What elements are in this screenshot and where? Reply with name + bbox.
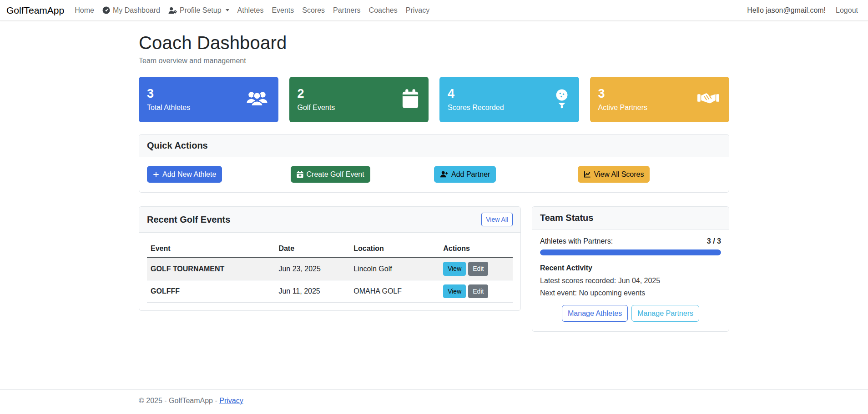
quick-actions-header: Quick Actions — [139, 135, 729, 157]
quick-actions-body: Add New Athlete — [139, 157, 729, 192]
nav-item-home[interactable]: Home — [71, 3, 98, 18]
event-actions-cell: View Edit — [439, 280, 513, 302]
team-status-body: Athletes with Partners: 3 / 3 Recent Act… — [532, 229, 729, 331]
quick-actions-title: Quick Actions — [147, 140, 208, 151]
column-header-actions: Actions — [439, 240, 513, 257]
nav-item-label: Athletes — [237, 6, 264, 15]
plus-icon — [153, 171, 159, 178]
nav-item-coaches[interactable]: Coaches — [365, 3, 402, 18]
event-name-cell: GOLFFF — [147, 280, 275, 302]
recent-golf-events-header: Recent Golf Events View All — [139, 207, 520, 233]
button-label: Add New Athlete — [162, 169, 216, 180]
table-row: GOLF TOURNAMENT Jun 23, 2025 Lincoln Gol… — [147, 257, 513, 280]
nav-item-athletes[interactable]: Athletes — [233, 3, 268, 18]
event-date-cell: Jun 11, 2025 — [275, 280, 350, 302]
nav-item-label: Coaches — [369, 6, 398, 15]
events-table: Event Date Location Actions GOLF TOURNAM… — [147, 240, 513, 303]
edit-event-button[interactable]: Edit — [468, 262, 488, 275]
users-icon — [246, 90, 268, 109]
team-status-card: Team Status Athletes with Partners: 3 / … — [532, 206, 729, 332]
stat-card-total-athletes: 3 Total Athletes — [139, 77, 278, 122]
view-event-button[interactable]: View — [443, 284, 466, 298]
nav-item-label: Profile Setup — [180, 6, 222, 15]
create-golf-event-button[interactable]: Create Golf Event — [291, 166, 370, 183]
recent-golf-events-body: Event Date Location Actions GOLF TOURNAM… — [139, 233, 520, 310]
page-subtitle: Team overview and management — [139, 57, 729, 65]
nav-item-scores[interactable]: Scores — [298, 3, 329, 18]
stat-card-golf-events: 2 Golf Events — [289, 77, 429, 122]
event-actions-cell: View Edit — [439, 257, 513, 280]
view-all-scores-button[interactable]: View All Scores — [578, 166, 650, 183]
nav-item-my-dashboard[interactable]: My Dashboard — [98, 3, 164, 18]
recent-golf-events-title: Recent Golf Events — [147, 214, 230, 225]
partners-label: Athletes with Partners: — [540, 237, 613, 245]
logout-button[interactable]: Logout — [832, 3, 862, 18]
button-label: Add Partner — [451, 169, 490, 180]
manage-partners-button[interactable]: Manage Partners — [631, 305, 699, 322]
column-header-location: Location — [350, 240, 439, 257]
nav-item-events[interactable]: Events — [267, 3, 298, 18]
nav-item-profile-setup[interactable]: Profile Setup — [164, 3, 233, 18]
recent-golf-events-card: Recent Golf Events View All Event Date L… — [139, 206, 521, 311]
nav-item-label: Privacy — [406, 6, 429, 15]
chevron-down-icon — [226, 9, 229, 11]
button-label: Create Golf Event — [307, 169, 364, 180]
table-row: GOLFFF Jun 11, 2025 OMAHA GOLF View Edit — [147, 280, 513, 302]
column-header-date: Date — [275, 240, 350, 257]
tachometer-icon — [102, 6, 110, 14]
recent-activity-title: Recent Activity — [540, 264, 721, 272]
latest-scores-line: Latest scores recorded: Jun 04, 2025 — [540, 277, 721, 285]
main-content: Coach Dashboard Team overview and manage… — [0, 21, 868, 389]
column-header-event: Event — [147, 240, 275, 257]
team-status-title: Team Status — [540, 213, 593, 223]
user-plus-icon — [440, 171, 448, 178]
nav-item-partners[interactable]: Partners — [329, 3, 364, 18]
partners-progress-bar — [540, 249, 721, 255]
nav-item-label: Home — [75, 6, 94, 15]
partners-progress-fill — [540, 249, 721, 255]
edit-event-button[interactable]: Edit — [468, 284, 488, 298]
nav-links: Home My Dashboard — [71, 3, 743, 18]
stat-card-active-partners: 3 Active Partners — [590, 77, 730, 122]
page-footer: © 2025 - GolfTeamApp - Privacy — [0, 389, 868, 414]
event-location-cell: Lincoln Golf — [350, 257, 439, 280]
top-navbar: GolfTeamApp Home My Dashboard — [0, 0, 868, 21]
user-gear-icon — [168, 7, 177, 14]
footer-copyright: © 2025 - GolfTeamApp - — [139, 397, 217, 404]
page-title: Coach Dashboard — [139, 33, 729, 53]
add-new-athlete-button[interactable]: Add New Athlete — [147, 166, 222, 183]
button-label: View All Scores — [594, 169, 644, 180]
calendar-icon — [402, 89, 419, 110]
footer-privacy-link[interactable]: Privacy — [219, 397, 243, 404]
golf-ball-icon — [555, 89, 569, 110]
handshake-icon — [697, 90, 719, 109]
event-date-cell: Jun 23, 2025 — [275, 257, 350, 280]
nav-right: Hello jason@gmail.com! Logout — [743, 3, 862, 18]
manage-athletes-button[interactable]: Manage Athletes — [562, 305, 628, 322]
view-event-button[interactable]: View — [443, 262, 466, 275]
calendar-plus-icon — [297, 171, 303, 178]
nav-item-label: Events — [272, 6, 294, 15]
chart-line-icon — [584, 171, 591, 178]
stat-label: Scores Recorded — [448, 104, 571, 112]
stats-row: 3 Total Athletes 2 Golf Events — [139, 77, 729, 122]
user-greeting-link[interactable]: Hello jason@gmail.com! — [743, 3, 829, 18]
team-status-header: Team Status — [532, 207, 729, 229]
nav-item-label: Partners — [333, 6, 360, 15]
event-location-cell: OMAHA GOLF — [350, 280, 439, 302]
nav-item-label: Scores — [302, 6, 325, 15]
stat-value: 4 — [448, 87, 571, 101]
partners-ratio: 3 / 3 — [707, 237, 721, 245]
view-all-button[interactable]: View All — [481, 213, 513, 226]
stat-card-scores-recorded: 4 Scores Recorded — [439, 77, 579, 122]
next-event-line: Next event: No upcoming events — [540, 289, 721, 297]
app-brand[interactable]: GolfTeamApp — [6, 5, 64, 16]
add-partner-button[interactable]: Add Partner — [434, 166, 496, 183]
event-name-cell: GOLF TOURNAMENT — [147, 257, 275, 280]
nav-item-label: My Dashboard — [113, 6, 160, 15]
quick-actions-card: Quick Actions Add New Athlete — [139, 134, 729, 193]
events-table-header-row: Event Date Location Actions — [147, 240, 513, 257]
nav-item-privacy[interactable]: Privacy — [402, 3, 434, 18]
